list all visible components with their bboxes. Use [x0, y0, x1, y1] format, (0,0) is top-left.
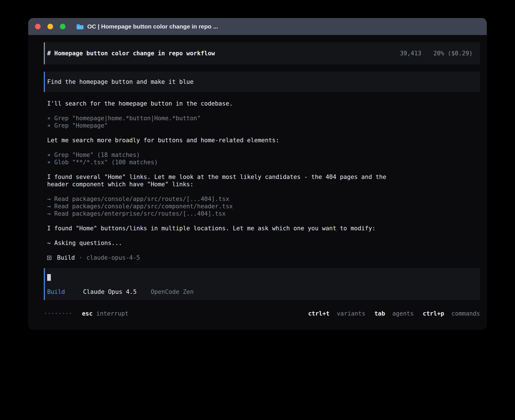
tool-call-line: ∗ Grep "Home" (18 matches): [44, 151, 480, 159]
token-count: 39,413: [400, 50, 421, 57]
tool-call-group: ∗ Grep "Home" (18 matches) ∗ Glob "**/*.…: [44, 151, 480, 166]
read-tool-line: → Read packages/console/app/src/componen…: [44, 203, 480, 210]
read-tool-line: → Read packages/console/app/src/routes/[…: [44, 195, 480, 203]
tool-call-line: ∗ Grep "Homepage": [44, 122, 480, 129]
minimize-window-button[interactable]: [47, 24, 53, 29]
shortcut-label: variants: [337, 310, 365, 317]
prompt-input[interactable]: Build Claude Opus 4.5 OpenCode Zen: [44, 268, 480, 300]
agent-name: Build: [57, 254, 75, 261]
window-title: OC | Homepage button color change in rep…: [87, 23, 218, 30]
agent-square-icon: [47, 256, 51, 260]
shortcut-variants: ctrl+t variants: [308, 310, 365, 317]
close-window-button[interactable]: [35, 24, 41, 29]
shortcut-key: ctrl+p: [423, 310, 444, 317]
shortcut-label: agents: [392, 310, 414, 317]
tool-call-line: ∗ Glob "**/*.tsx" (100 matches): [44, 159, 480, 166]
assistant-message: I'll search for the homepage button in t…: [44, 100, 480, 107]
model-name: Claude Opus 4.5: [83, 288, 137, 296]
shortcut-hints: ctrl+t variants tab agents ctrl+p comman…: [308, 310, 480, 317]
status-message: ~ Asking questions...: [44, 239, 480, 247]
assistant-message: I found several "Home" links. Let me loo…: [44, 173, 397, 188]
session-title: # Homepage button color change in repo w…: [47, 50, 215, 57]
shortcut-commands: ctrl+p commands: [423, 310, 480, 317]
text-cursor: [47, 274, 51, 281]
shortcut-agents: tab agents: [374, 310, 414, 317]
esc-key-hint: esc: [82, 310, 93, 317]
tool-call-line: ∗ Grep "homepage|home.*button|Home.*butt…: [44, 115, 480, 122]
esc-key-label: interrupt: [96, 310, 128, 317]
session-header: # Homepage button color change in repo w…: [44, 42, 480, 64]
user-message: Find the homepage button and make it blu…: [44, 72, 480, 92]
agent-separator: ·: [79, 254, 82, 261]
shortcut-label: commands: [451, 310, 480, 317]
mode-label[interactable]: Build: [47, 288, 65, 296]
assistant-message: Let me search more broadly for buttons a…: [44, 137, 480, 144]
folder-icon: [76, 24, 84, 30]
shortcut-key: tab: [374, 310, 385, 317]
user-message-text: Find the homepage button and make it blu…: [47, 78, 193, 86]
tool-call-group: ∗ Grep "homepage|home.*button|Home.*butt…: [44, 115, 480, 129]
titlebar[interactable]: OC | Homepage button color change in rep…: [28, 18, 487, 35]
status-bar: ········ esc interrupt ctrl+t variants t…: [44, 310, 480, 317]
session-meta: 39,413 20% ($0.29): [400, 50, 473, 57]
assistant-message: I found "Home" buttons/links in multiple…: [44, 225, 480, 232]
context-cost: 20% ($0.29): [433, 50, 473, 57]
shortcut-key: ctrl+t: [308, 310, 329, 317]
agent-badge: Build · claude-opus-4-5: [44, 254, 480, 261]
read-tool-line: → Read packages/enterprise/src/routes/[.…: [44, 210, 480, 217]
agent-model: claude-opus-4-5: [86, 254, 140, 261]
spinner-dots: ········: [44, 310, 72, 317]
terminal-window: OC | Homepage button color change in rep…: [28, 18, 487, 330]
zoom-window-button[interactable]: [60, 24, 66, 29]
input-status-row: Build Claude Opus 4.5 OpenCode Zen: [47, 288, 473, 296]
tool-call-group: → Read packages/console/app/src/routes/[…: [44, 195, 480, 217]
terminal-content: # Homepage button color change in repo w…: [28, 35, 487, 330]
provider-name: OpenCode Zen: [151, 288, 194, 296]
prompt-cursor-line[interactable]: [47, 274, 473, 281]
